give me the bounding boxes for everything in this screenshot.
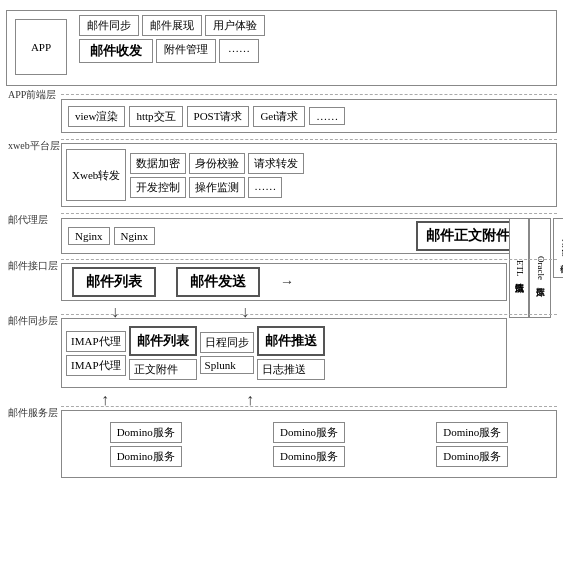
main-diagram: APP 邮件同步 邮件展现 用户体验 邮件收发 bbox=[0, 0, 563, 571]
xweb-row1: 数据加密 身份校验 请求转发 bbox=[130, 153, 552, 174]
interface-arrow-right: → bbox=[280, 274, 294, 290]
service-col-1: Domino服务 Domino服务 bbox=[110, 422, 182, 467]
domino-1a: Domino服务 bbox=[110, 422, 182, 443]
mail-push-box: 邮件推送 bbox=[257, 326, 325, 356]
auth-box: 身份校验 bbox=[189, 153, 245, 174]
mail-service-layer-block: Domino服务 Domino服务 Domino服务 Domino服务 Domi… bbox=[61, 410, 557, 478]
domino-2a: Domino服务 bbox=[273, 422, 345, 443]
mail-send-big-box: 邮件发送 bbox=[176, 267, 260, 297]
dashed-separator-6 bbox=[61, 406, 557, 407]
imap-box-2: IMAP代理 bbox=[66, 355, 126, 376]
mail-display-box: 邮件展现 bbox=[142, 15, 202, 36]
dev-control-box: 开发控制 bbox=[130, 177, 186, 198]
etl-box: ETL数据流清洗 bbox=[509, 218, 529, 318]
domino-3a: Domino服务 bbox=[436, 422, 508, 443]
log-push-box: 日志推送 bbox=[257, 359, 325, 380]
app-more-box: …… bbox=[219, 39, 259, 63]
app-right-content: 邮件同步 邮件展现 用户体验 邮件收发 附件管理 bbox=[79, 15, 552, 63]
domino-2b: Domino服务 bbox=[273, 446, 345, 467]
service-col-2: Domino服务 Domino服务 bbox=[273, 422, 345, 467]
nas-storage-box: NAS存储 bbox=[553, 218, 563, 278]
oracle-db-box: Oracle数据库 bbox=[529, 218, 551, 318]
body-attach-box: 正文附件 bbox=[129, 359, 197, 380]
proxy-arrow-area: 邮件正文附件 bbox=[159, 221, 520, 251]
proxy-layer-label: 邮代理层 bbox=[8, 213, 48, 227]
splunk-box: Splunk bbox=[200, 356, 254, 374]
view-render-box: view渲染 bbox=[68, 106, 125, 127]
mail-recv-box: 邮件收发 bbox=[79, 39, 153, 63]
get-box: Get请求 bbox=[253, 106, 305, 127]
xweb-layer-label: xweb平台层 bbox=[8, 139, 60, 153]
mail-sync-label: 邮件同步层 bbox=[8, 314, 58, 328]
user-exp-box: 用户体验 bbox=[205, 15, 265, 36]
app-frontend-label: APP前端层 bbox=[8, 88, 56, 102]
app-row2: 邮件收发 附件管理 …… bbox=[79, 39, 552, 63]
op-monitor-box: 操作监测 bbox=[189, 177, 245, 198]
xweb-forward-box: Xweb转发 bbox=[66, 149, 126, 201]
xweb-right-grid: 数据加密 身份校验 请求转发 开发控制 操作监测 bbox=[130, 153, 552, 198]
dashed-separator-1 bbox=[61, 94, 557, 95]
frontend-more-box: …… bbox=[309, 107, 345, 125]
post-box: POST请求 bbox=[187, 106, 250, 127]
domino-1b: Domino服务 bbox=[110, 446, 182, 467]
mail-interface-label: 邮件接口层 bbox=[8, 259, 58, 273]
dashed-separator-2 bbox=[61, 139, 557, 140]
imap-col: IMAP代理 IMAP代理 bbox=[66, 331, 126, 376]
req-forward-box: 请求转发 bbox=[248, 153, 304, 174]
xweb-layer-block: Xweb转发 数据加密 身份校验 请求转发 开发控制 bbox=[61, 143, 557, 207]
app-box: APP bbox=[15, 19, 67, 75]
nginx-box-2: Nginx bbox=[114, 227, 156, 245]
domino-3b: Domino服务 bbox=[436, 446, 508, 467]
mail-attachment-big-box: 邮件正文附件 bbox=[416, 221, 520, 251]
app-layer-block: APP 邮件同步 邮件展现 用户体验 邮件收发 bbox=[6, 10, 557, 86]
mail-list-col: 邮件列表 正文附件 bbox=[129, 326, 197, 380]
app-row1: 邮件同步 邮件展现 用户体验 bbox=[79, 15, 552, 36]
service-col-3: Domino服务 Domino服务 bbox=[436, 422, 508, 467]
xweb-more-box: …… bbox=[248, 177, 282, 198]
proxy-layer-block: Nginx Nginx 邮件正文附件 bbox=[61, 218, 527, 254]
http-box: http交互 bbox=[129, 106, 182, 127]
mail-list-sync-box: 邮件列表 bbox=[129, 326, 197, 356]
nginx-box-1: Nginx bbox=[68, 227, 110, 245]
push-col: 邮件推送 日志推送 bbox=[257, 326, 325, 380]
xweb-row2: 开发控制 操作监测 …… bbox=[130, 177, 552, 198]
dashed-separator-3 bbox=[61, 213, 557, 214]
mail-interface-layer-block: 邮件列表 邮件发送 → bbox=[61, 263, 507, 301]
mail-service-label: 邮件服务层 bbox=[8, 406, 58, 420]
app-label: APP bbox=[31, 41, 51, 53]
mail-sync-box: 邮件同步 bbox=[79, 15, 139, 36]
frontend-layer-block: view渲染 http交互 POST请求 Get请求 …… bbox=[61, 99, 557, 133]
data-encrypt-box: 数据加密 bbox=[130, 153, 186, 174]
dashed-separator-4 bbox=[61, 259, 557, 260]
schedule-sync-box: 日程同步 bbox=[200, 332, 254, 353]
dashed-separator-5 bbox=[61, 314, 557, 315]
imap-box-1: IMAP代理 bbox=[66, 331, 126, 352]
mail-sync-layer-block: IMAP代理 IMAP代理 邮件列表 正文附件 日程同步 bbox=[61, 318, 507, 388]
attach-mgmt-box: 附件管理 bbox=[156, 39, 216, 63]
schedule-col: 日程同步 Splunk bbox=[200, 332, 254, 374]
mail-list-big-box: 邮件列表 bbox=[72, 267, 156, 297]
